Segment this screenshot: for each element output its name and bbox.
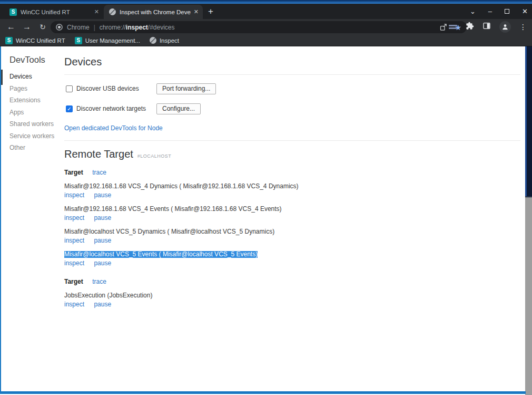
right-edge-window-sliver (525, 46, 532, 395)
pause-link[interactable]: pause (94, 259, 111, 267)
browser-titlebar: S WinCC Unified RT ✕ Inspect with Chrome… (0, 4, 532, 19)
tab-title: Inspect with Chrome Developer T (120, 9, 191, 15)
remote-target-title: Remote Target#LOCALHOST (64, 148, 520, 160)
pause-link[interactable]: pause (94, 301, 111, 308)
bookmark-label: WinCC Unified RT (16, 37, 65, 44)
window-maximize-icon[interactable] (505, 9, 509, 14)
menu-dots-icon[interactable]: ⋮ (519, 23, 527, 31)
localhost-badge: #LOCALHOST (137, 153, 172, 159)
sidebar-item-extensions[interactable]: Extensions (1, 94, 64, 107)
inspect-link[interactable]: inspect (64, 301, 84, 308)
target-group-header: Target trace (64, 278, 520, 285)
inspect-page: DevTools Devices Pages Extensions Apps S… (1, 46, 525, 391)
omnibox-divider: | (94, 24, 95, 31)
target-actions: inspect pause (64, 301, 520, 308)
discover-network-label: Discover network targets (76, 105, 146, 112)
inspect-link[interactable]: inspect (64, 237, 84, 244)
target-actions: inspect pause (64, 237, 520, 244)
siemens-favicon: S (5, 37, 13, 44)
site-engine-label: Chrome (67, 24, 90, 31)
sidebar-item-devices[interactable]: Devices (1, 71, 64, 83)
window-chevron-icon[interactable]: ⌄ (470, 8, 476, 15)
window-minimize-icon[interactable]: – (488, 8, 492, 15)
chrome-logo-icon (56, 24, 63, 31)
devtools-brand: DevTools (9, 55, 45, 65)
configure-button[interactable]: Configure... (156, 103, 201, 114)
devices-panel: Devices Discover USB devices Port forwar… (64, 46, 520, 308)
siemens-favicon: S (9, 8, 17, 16)
url-path: /#devices (148, 24, 175, 31)
divider (64, 74, 520, 75)
discover-network-checkbox[interactable]: ✓ (66, 105, 73, 112)
new-tab-button[interactable]: + (205, 6, 216, 17)
inspect-link[interactable]: inspect (64, 214, 84, 221)
tab-close-icon[interactable]: ✕ (94, 8, 99, 15)
side-panel-icon[interactable] (482, 22, 491, 32)
browser-toolbar: ← → ↻ Chrome | chrome://inspect/#devices… (0, 19, 532, 35)
page-left-blue-border (0, 46, 1, 394)
divider (64, 140, 520, 141)
target-entry: Misafir@192.168.1.68 VCS_4 Dynamics ( Mi… (64, 183, 520, 199)
bookmark-label: Inspect (160, 37, 179, 44)
sidebar-item-other[interactable]: Other (1, 142, 64, 154)
target-entry: Misafir@192.168.1.68 VCS_4 Events ( Misa… (64, 206, 520, 221)
bookmarks-bar: S WinCC Unified RT S User Management... … (0, 35, 532, 46)
port-forwarding-button[interactable]: Port forwarding... (156, 83, 216, 94)
sidebar-item-service-workers[interactable]: Service workers (1, 130, 64, 142)
target-name: JobsExecution (JobsExecution) (64, 292, 152, 299)
target-actions: inspect pause (64, 215, 520, 221)
reload-icon[interactable]: ↻ (37, 21, 48, 33)
target-name: Misafir@192.168.1.68 VCS_4 Dynamics ( Mi… (64, 183, 299, 190)
globe-favicon (109, 8, 116, 15)
pause-link[interactable]: pause (94, 191, 111, 199)
tab-title: WinCC Unified RT (21, 9, 91, 15)
discover-usb-checkbox[interactable] (66, 85, 73, 92)
target-group-label: Target (64, 278, 83, 285)
discover-usb-label: Discover USB devices (76, 85, 139, 92)
node-devtools-link[interactable]: Open dedicated DevTools for Node (64, 124, 163, 132)
target-group-label: Target (64, 169, 83, 176)
sidebar-item-pages[interactable]: Pages (1, 83, 64, 95)
tab-inspect-devtools[interactable]: Inspect with Chrome Developer T ✕ (104, 5, 203, 19)
extensions-puzzle-icon[interactable] (466, 22, 474, 32)
window-close-icon[interactable]: ✕ (522, 8, 528, 15)
pause-link[interactable]: pause (94, 214, 111, 221)
target-actions: inspect pause (64, 260, 520, 267)
target-group-header: Target trace (64, 169, 520, 176)
target-name: Misafir@192.168.1.68 VCS_4 Events ( Misa… (64, 206, 282, 213)
bookmark-label: User Management... (85, 37, 140, 44)
forward-icon[interactable]: → (21, 21, 33, 33)
extension-icon[interactable] (449, 23, 457, 31)
toolbar-actions: ⋮ (449, 19, 527, 35)
url-scheme: chrome:// (100, 24, 126, 31)
target-actions: inspect pause (64, 192, 520, 199)
target-name: Misafir@localhost VCS_5 Dynamics ( Misaf… (64, 228, 274, 235)
tab-wincc-unified-rt[interactable]: S WinCC Unified RT ✕ (4, 5, 103, 19)
target-entry: Misafir@localhost VCS_5 Dynamics ( Misaf… (64, 228, 520, 244)
bookmark-inspect[interactable]: Inspect (150, 37, 179, 44)
share-icon[interactable] (439, 23, 447, 31)
tab-close-icon[interactable]: ✕ (194, 8, 199, 15)
sidebar-item-apps[interactable]: Apps (1, 107, 64, 119)
page-bottom-blue-border (0, 391, 526, 394)
target-entry-selected: Misafir@localhost VCS_5 Events ( Misafir… (64, 251, 520, 267)
inspect-link[interactable]: inspect (64, 259, 84, 267)
target-entry: JobsExecution (JobsExecution) inspect pa… (64, 292, 520, 308)
globe-favicon (150, 37, 156, 44)
profile-avatar[interactable] (499, 21, 511, 33)
right-edge-blue-line (525, 46, 527, 196)
bookmark-wincc-unified-rt[interactable]: S WinCC Unified RT (5, 37, 65, 44)
pause-link[interactable]: pause (94, 237, 111, 244)
address-bar[interactable]: Chrome | chrome://inspect/#devices ★ (51, 21, 467, 33)
back-icon[interactable]: ← (5, 21, 17, 33)
target-name-highlighted: Misafir@localhost VCS_5 Events ( Misafir… (64, 251, 258, 258)
trace-link[interactable]: trace (92, 278, 106, 285)
page-title: Devices (64, 56, 520, 68)
inspect-link[interactable]: inspect (64, 191, 84, 199)
window-controls: ⌄ – ✕ (470, 4, 528, 19)
sidebar-item-shared-workers[interactable]: Shared workers (1, 118, 64, 130)
devtools-nav: Devices Pages Extensions Apps Shared wor… (1, 71, 64, 154)
bookmark-user-management[interactable]: S User Management... (75, 37, 140, 44)
trace-link[interactable]: trace (92, 169, 106, 176)
url-host: inspect (126, 24, 148, 31)
